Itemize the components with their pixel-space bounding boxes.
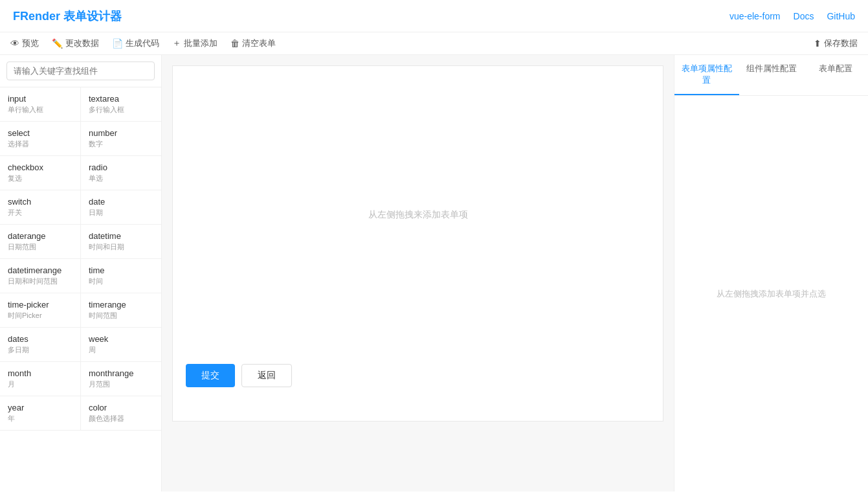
submit-button[interactable]: 提交 (186, 364, 235, 387)
app-logo: FRender 表单设计器 (13, 8, 122, 24)
edit-icon: ✏️ (52, 38, 63, 49)
sidebar-row: time-picker 时间Picker timerange 时间范围 (0, 293, 161, 328)
search-input[interactable] (6, 62, 155, 80)
nav-docs[interactable]: Docs (794, 11, 814, 21)
sidebar-item-time-picker[interactable]: time-picker 时间Picker (0, 293, 81, 327)
sidebar-item-date[interactable]: date 日期 (81, 190, 161, 224)
canvas-inner: 从左侧拖拽来添加表单项 提交 返回 (172, 65, 663, 422)
trash-icon: 🗑 (230, 38, 239, 49)
canvas-area: 从左侧拖拽来添加表单项 提交 返回 (162, 55, 674, 491)
sidebar-row: daterange 日期范围 datetime 时间和日期 (0, 225, 161, 259)
sidebar-row: checkbox 复选 radio 单选 (0, 156, 161, 190)
sidebar-row: select 选择器 number 数字 (0, 122, 161, 156)
search-container (0, 55, 161, 87)
sidebar-item-week[interactable]: week 周 (81, 328, 161, 361)
component-list: input 单行输入框 textarea 多行输入框 select 选择器 nu… (0, 87, 161, 491)
sidebar-row: month 月 monthrange 月范围 (0, 362, 161, 396)
sidebar-item-time[interactable]: time 时间 (81, 259, 161, 293)
right-tabs: 表单项属性配置 组件属性配置 表单配置 (674, 55, 868, 96)
sidebar-row: year 年 color 颜色选择器 (0, 396, 161, 431)
right-content-placeholder: 从左侧拖拽添加表单项并点选 (674, 96, 868, 491)
edit-data-button[interactable]: ✏️ 更改数据 (52, 38, 99, 49)
sidebar-item-select[interactable]: select 选择器 (0, 122, 81, 155)
tab-form-config[interactable]: 表单配置 (803, 55, 868, 95)
sidebar-item-checkbox[interactable]: checkbox 复选 (0, 156, 81, 190)
header-nav: vue-ele-form Docs GitHub (729, 11, 855, 21)
sidebar-item-year[interactable]: year 年 (0, 396, 81, 430)
sidebar-item-number[interactable]: number 数字 (81, 122, 161, 155)
sidebar-item-switch[interactable]: switch 开关 (0, 190, 81, 224)
canvas-placeholder: 从左侧拖拽来添加表单项 (186, 79, 650, 351)
generate-code-button[interactable]: 📄 生成代码 (112, 38, 159, 49)
header: FRender 表单设计器 vue-ele-form Docs GitHub (0, 0, 868, 32)
tab-form-item-config[interactable]: 表单项属性配置 (674, 55, 739, 95)
sidebar-item-textarea[interactable]: textarea 多行输入框 (81, 87, 161, 121)
sidebar-item-datetime[interactable]: datetime 时间和日期 (81, 225, 161, 258)
clear-form-button[interactable]: 🗑 清空表单 (230, 38, 276, 49)
sidebar-item-radio[interactable]: radio 单选 (81, 156, 161, 190)
preview-button[interactable]: 👁 预览 (10, 38, 39, 49)
plus-icon: ＋ (172, 38, 181, 49)
toolbar: 👁 预览 ✏️ 更改数据 📄 生成代码 ＋ 批量添加 🗑 清空表单 ⬆ 保存数据 (0, 32, 868, 55)
tab-component-config[interactable]: 组件属性配置 (739, 55, 804, 95)
sidebar-item-dates[interactable]: dates 多日期 (0, 328, 81, 361)
sidebar-item-color[interactable]: color 颜色选择器 (81, 396, 161, 430)
code-icon: 📄 (112, 38, 123, 49)
save-data-button[interactable]: ⬆ 保存数据 (814, 38, 858, 49)
sidebar: input 单行输入框 textarea 多行输入框 select 选择器 nu… (0, 55, 162, 491)
sidebar-row: datetimerange 日期和时间范围 time 时间 (0, 259, 161, 293)
canvas-buttons: 提交 返回 (186, 364, 650, 387)
save-icon: ⬆ (814, 38, 821, 49)
sidebar-item-month[interactable]: month 月 (0, 362, 81, 396)
sidebar-item-datetimerange[interactable]: datetimerange 日期和时间范围 (0, 259, 81, 293)
sidebar-item-daterange[interactable]: daterange 日期范围 (0, 225, 81, 258)
batch-add-button[interactable]: ＋ 批量添加 (172, 38, 217, 49)
nav-github[interactable]: GitHub (827, 11, 855, 21)
main-layout: input 单行输入框 textarea 多行输入框 select 选择器 nu… (0, 55, 868, 491)
sidebar-item-timerange[interactable]: timerange 时间范围 (81, 293, 161, 327)
sidebar-item-input[interactable]: input 单行输入框 (0, 87, 81, 121)
sidebar-row: input 单行输入框 textarea 多行输入框 (0, 87, 161, 122)
sidebar-item-monthrange[interactable]: monthrange 月范围 (81, 362, 161, 396)
back-button[interactable]: 返回 (241, 364, 292, 387)
sidebar-row: switch 开关 date 日期 (0, 190, 161, 225)
preview-icon: 👁 (10, 38, 19, 49)
right-panel: 表单项属性配置 组件属性配置 表单配置 从左侧拖拽添加表单项并点选 (674, 55, 868, 491)
sidebar-row: dates 多日期 week 周 (0, 328, 161, 362)
nav-vue-ele-form[interactable]: vue-ele-form (729, 11, 781, 21)
